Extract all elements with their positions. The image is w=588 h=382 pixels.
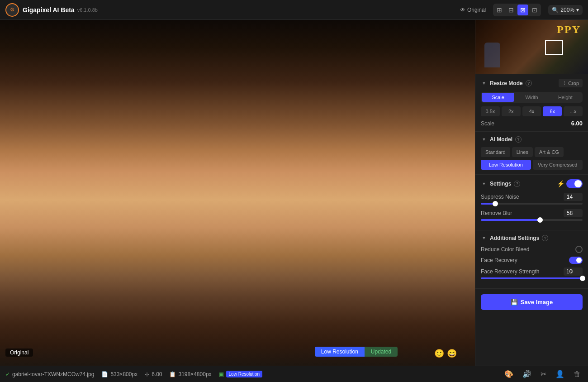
output-size-icon: 📋 xyxy=(169,371,176,377)
zoom-icon: 🔍 xyxy=(552,7,559,13)
scale-icon: ⊹ xyxy=(145,371,149,377)
resize-mode-header: ▼ Resize Mode ? ⊹ Crop xyxy=(481,79,583,87)
view-toggle-group: ⊞ ⊟ ⊠ ⊡ xyxy=(493,4,541,16)
face-recovery-strength-row: Face Recovery Strength xyxy=(481,267,583,279)
face-recovery-strength-header: Face Recovery Strength xyxy=(481,267,583,276)
lightning-icon: ⚡ xyxy=(557,180,564,187)
face-recovery-strength-thumb xyxy=(580,276,585,281)
face-recovery-strength-track[interactable] xyxy=(481,277,583,279)
view-btn-2[interactable]: ⊟ xyxy=(506,5,517,15)
header-controls: 👁 Original ⊞ ⊟ ⊠ ⊡ 🔍 200% ▾ xyxy=(456,4,583,16)
remove-blur-track[interactable] xyxy=(481,219,583,221)
file-status-item: ✓ gabriel-tovar-TXWNzMCOw74.jpg xyxy=(5,371,94,377)
resize-mode-help-icon[interactable]: ? xyxy=(526,80,532,86)
bottom-right-controls: 🎨 🔊 ✂ 👤 🗑 xyxy=(503,369,583,379)
zoom-selector[interactable]: 🔍 200% ▾ xyxy=(548,5,583,15)
original-size-label: 533×800px xyxy=(110,371,138,377)
face-recovery-label: Face Recovery xyxy=(481,257,517,263)
additional-settings-help-icon[interactable]: ? xyxy=(542,235,548,241)
collapse-resize-icon[interactable]: ▼ xyxy=(481,80,487,86)
reduce-color-bleed-toggle[interactable] xyxy=(575,246,583,253)
remove-blur-input[interactable] xyxy=(564,209,583,217)
palette-btn[interactable]: 🎨 xyxy=(503,369,515,379)
bottom-bar: ✓ gabriel-tovar-TXWNzMCOw74.jpg 📄 533×80… xyxy=(0,366,588,382)
emoji-smile-icon[interactable]: 🙂 xyxy=(434,349,444,358)
tab-height[interactable]: Height xyxy=(549,93,582,102)
collapse-additional-icon[interactable]: ▼ xyxy=(481,235,487,241)
face-recovery-strength-fill xyxy=(481,277,583,279)
main-content: Original Low Resolution Updated 🙂 😄 PPY xyxy=(0,20,588,366)
view-btn-1[interactable]: ⊞ xyxy=(494,5,505,15)
ai-model-tabs-row1: Standard Lines Art & CG xyxy=(481,147,583,157)
face-recovery-strength-input[interactable] xyxy=(564,267,583,276)
suppress-noise-thumb xyxy=(493,201,498,206)
scale-value: 6.00 xyxy=(571,120,583,127)
ai-model-title: AI Model xyxy=(490,136,512,143)
settings-header: ▼ Settings ? ⚡ xyxy=(481,179,583,188)
settings-right: ⚡ xyxy=(557,179,583,188)
view-btn-4[interactable]: ⊡ xyxy=(529,5,540,15)
crop-bottom-btn[interactable]: ✂ xyxy=(539,369,548,379)
scale-2x-btn[interactable]: 2x xyxy=(502,106,521,116)
view-btn-3[interactable]: ⊠ xyxy=(517,5,528,15)
emoji-grin-icon[interactable]: 😄 xyxy=(447,349,457,358)
ai-tab-art-cg[interactable]: Art & CG xyxy=(535,147,564,157)
suppress-noise-track[interactable] xyxy=(481,203,583,205)
app-version: v6.1.0.8b xyxy=(77,7,98,13)
ai-tab-very-compressed[interactable]: Very Compressed xyxy=(533,160,583,170)
crop-button[interactable]: ⊹ Crop xyxy=(559,79,583,87)
settings-lightning-toggle: ⚡ xyxy=(557,179,583,188)
settings-section: ▼ Settings ? ⚡ Suppress Noise xyxy=(475,175,588,230)
scale-custom-btn[interactable]: ...x xyxy=(564,106,583,116)
audio-btn[interactable]: 🔊 xyxy=(521,369,533,379)
remove-blur-fill xyxy=(481,219,540,221)
original-toggle-btn[interactable]: 👁 Original xyxy=(456,5,489,15)
original-size-icon: 📄 xyxy=(101,371,108,377)
delete-btn[interactable]: 🗑 xyxy=(572,369,583,379)
scale-0-5x-btn[interactable]: 0.5x xyxy=(481,106,500,116)
emoji-reactions[interactable]: 🙂 😄 xyxy=(434,349,457,358)
face-recovery-strength-label: Face Recovery Strength xyxy=(481,268,539,275)
tab-width[interactable]: Width xyxy=(515,93,548,102)
scale-label: Scale xyxy=(481,120,494,127)
crop-icon: ⊹ xyxy=(562,80,566,86)
zoom-label: 200% xyxy=(560,7,574,13)
scale-4x-btn[interactable]: 4x xyxy=(522,106,541,116)
face-recovery-row: Face Recovery xyxy=(481,257,583,264)
suppress-noise-input[interactable] xyxy=(564,193,583,201)
save-image-button[interactable]: 💾 Save Image xyxy=(481,294,583,310)
settings-help-icon[interactable]: ? xyxy=(514,181,520,187)
collapse-ai-icon[interactable]: ▼ xyxy=(481,136,487,143)
person-btn[interactable]: 👤 xyxy=(554,369,566,379)
model-icon: ▣ xyxy=(219,371,224,377)
image-area: Original Low Resolution Updated 🙂 😄 xyxy=(0,20,475,366)
scale-6x-btn[interactable]: 6x xyxy=(543,106,562,116)
ai-model-section: ▼ AI Model ? Standard Lines Art & CG Low… xyxy=(475,132,588,175)
suppress-noise-label: Suppress Noise xyxy=(481,194,519,200)
ai-model-help-icon[interactable]: ? xyxy=(515,136,522,143)
save-icon: 💾 xyxy=(511,299,518,306)
low-resolution-badge: Low Resolution xyxy=(315,347,365,357)
filename-label: gabriel-tovar-TXWNzMCOw74.jpg xyxy=(12,371,94,377)
scale-bottom-label: 6.00 xyxy=(152,371,162,377)
resize-tab-group: Scale Width Height xyxy=(481,92,583,103)
thumbnail-bg: PPY xyxy=(475,20,588,74)
chevron-down-icon: ▾ xyxy=(576,7,579,13)
ai-tab-low-resolution[interactable]: Low Resolution xyxy=(481,160,531,170)
ai-tab-lines[interactable]: Lines xyxy=(512,147,533,157)
face-recovery-toggle[interactable] xyxy=(569,257,583,264)
collapse-settings-icon[interactable]: ▼ xyxy=(481,181,487,187)
ai-tab-standard[interactable]: Standard xyxy=(481,147,510,157)
remove-blur-row: Remove Blur xyxy=(481,209,583,221)
scale-preset-group: 0.5x 2x 4x 6x ...x xyxy=(481,106,583,116)
tab-scale[interactable]: Scale xyxy=(482,93,514,102)
settings-toggle[interactable] xyxy=(566,179,583,188)
thumbnail-preview: PPY xyxy=(475,20,588,74)
app-header: G Gigapixel AI Beta v6.1.0.8b 👁 Original… xyxy=(0,0,588,20)
reduce-color-bleed-row: Reduce Color Bleed xyxy=(481,246,583,253)
right-panel: PPY ▼ Resize Mode ? ⊹ Crop xyxy=(475,20,588,366)
remove-blur-label: Remove Blur xyxy=(481,210,512,216)
model-item: ▣ Low Resolution xyxy=(219,371,262,377)
output-size-label: 3198×4800px xyxy=(178,371,211,377)
suppress-noise-row: Suppress Noise xyxy=(481,193,583,205)
